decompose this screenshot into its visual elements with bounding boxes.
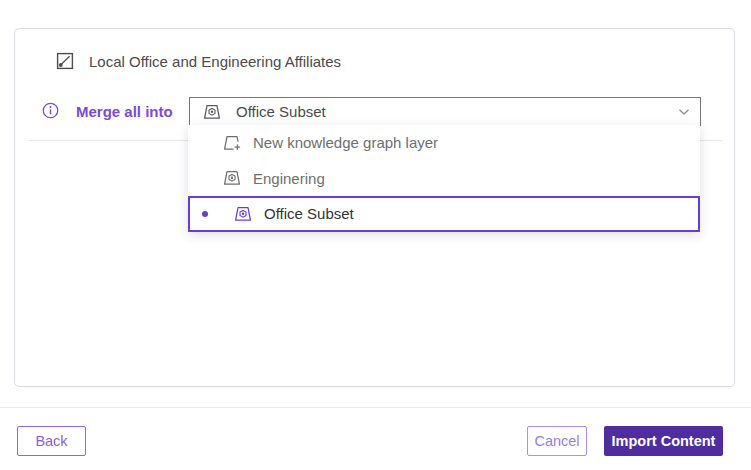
import-content-dialog: Local Office and Engineering Affiliates … — [0, 0, 751, 470]
merge-target-menu: New knowledge graph layer Enginering — [188, 125, 700, 232]
menu-item-enginering[interactable]: Enginering — [188, 161, 700, 197]
menu-item-label: Enginering — [253, 170, 325, 187]
selected-bullet — [202, 211, 208, 217]
content-item-label: Local Office and Engineering Affiliates — [89, 53, 341, 70]
menu-item-label: New knowledge graph layer — [253, 134, 438, 151]
info-icon — [42, 102, 59, 119]
new-knowledge-graph-layer-icon — [222, 134, 242, 152]
content-item-row: Local Office and Engineering Affiliates — [56, 52, 341, 70]
knowledge-graph-item-icon — [56, 52, 74, 70]
menu-item-new-knowledge-graph-layer[interactable]: New knowledge graph layer — [188, 125, 700, 161]
knowledge-graph-layer-icon — [233, 205, 253, 223]
merge-target-select[interactable]: Office Subset — [189, 97, 701, 126]
merge-all-into-label: Merge all into — [76, 103, 173, 120]
menu-item-label: Office Subset — [264, 205, 354, 222]
import-content-button[interactable]: Import Content — [604, 426, 723, 456]
chevron-down-icon — [678, 108, 690, 116]
knowledge-graph-layer-icon — [222, 169, 242, 187]
cancel-button[interactable]: Cancel — [527, 426, 587, 456]
back-button[interactable]: Back — [17, 426, 86, 456]
footer-divider — [0, 407, 751, 408]
menu-item-office-subset[interactable]: Office Subset — [188, 196, 700, 232]
select-value: Office Subset — [236, 103, 664, 120]
knowledge-graph-layer-icon — [202, 103, 222, 121]
